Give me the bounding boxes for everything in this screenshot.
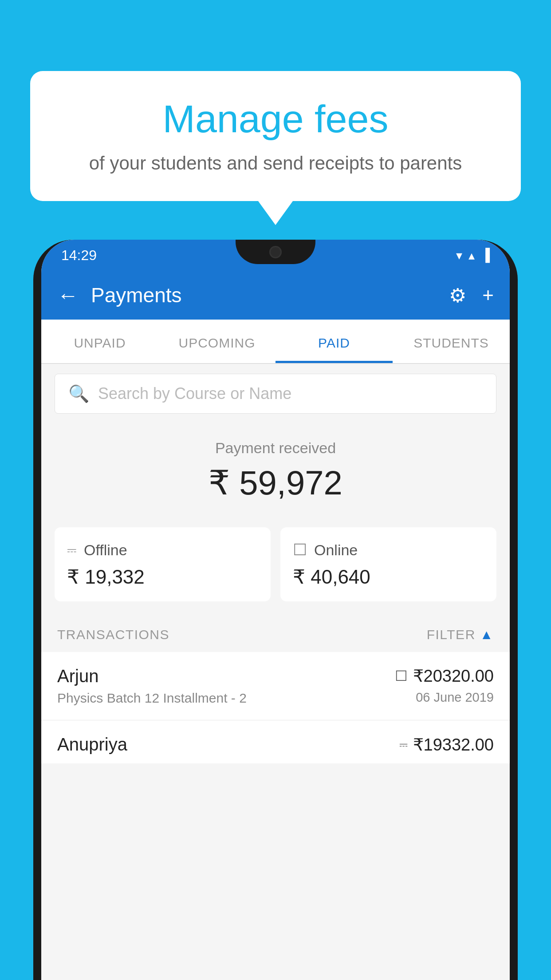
speech-bubble-wrapper: Manage fees of your students and send re…: [30, 71, 521, 201]
card-payment-icon: ☐: [395, 668, 408, 684]
phone-frame: 14:29 ▾ ▴ ▐ ← Payments ⚙ + UNPAID UPCOMI…: [33, 240, 518, 980]
tab-upcoming[interactable]: UPCOMING: [158, 320, 276, 363]
transaction-right: ⎓ ₹19332.00: [399, 735, 494, 755]
offline-card: ⎓ Offline ₹ 19,332: [55, 527, 271, 601]
wifi-icon: ▾: [456, 248, 462, 263]
transaction-right: ☐ ₹20320.00 06 June 2019: [395, 666, 494, 705]
search-icon: 🔍: [68, 384, 89, 403]
tab-students[interactable]: STUDENTS: [393, 320, 510, 363]
transaction-amount-row: ⎓ ₹19332.00: [399, 735, 494, 755]
offline-card-header: ⎓ Offline: [67, 541, 258, 559]
transaction-name: Arjun: [57, 666, 247, 686]
battery-icon: ▐: [481, 248, 490, 262]
search-container: 🔍 Search by Course or Name: [41, 364, 510, 423]
signal-icon: ▴: [468, 248, 475, 263]
payment-cards: ⎓ Offline ₹ 19,332 ☐ Online ₹ 40,640: [41, 527, 510, 615]
notch: [236, 240, 315, 264]
transaction-amount-row: ☐ ₹20320.00: [395, 666, 494, 686]
speech-bubble-title: Manage fees: [57, 98, 494, 141]
app-bar-title: Payments: [91, 283, 437, 307]
app-bar: ← Payments ⚙ +: [41, 271, 510, 320]
offline-icon: ⎓: [67, 541, 77, 559]
payment-received-amount: ₹ 59,972: [55, 463, 496, 502]
payment-received-label: Payment received: [55, 439, 496, 457]
payment-received-section: Payment received ₹ 59,972: [41, 423, 510, 527]
speech-bubble-subtitle: of your students and send receipts to pa…: [57, 150, 494, 177]
search-bar[interactable]: 🔍 Search by Course or Name: [55, 374, 496, 414]
filter-button[interactable]: FILTER ▲: [427, 627, 494, 642]
tabs: UNPAID UPCOMING PAID STUDENTS: [41, 320, 510, 364]
transaction-course: Physics Batch 12 Installment - 2: [57, 691, 247, 706]
transaction-left: Anupriya: [57, 735, 127, 755]
online-label: Online: [314, 541, 358, 559]
add-button[interactable]: +: [482, 284, 494, 306]
online-amount: ₹ 40,640: [293, 565, 484, 588]
camera-dot: [269, 246, 282, 258]
tab-paid[interactable]: PAID: [276, 320, 393, 363]
filter-label: FILTER: [427, 627, 476, 642]
offline-payment-icon: ⎓: [399, 736, 408, 753]
transactions-list: Arjun Physics Batch 12 Installment - 2 ☐…: [41, 652, 510, 763]
back-button[interactable]: ←: [57, 283, 79, 308]
offline-amount: ₹ 19,332: [67, 565, 258, 588]
app-bar-actions: ⚙ +: [449, 284, 494, 307]
status-time: 14:29: [61, 247, 97, 264]
online-icon: ☐: [293, 541, 307, 559]
transactions-label: TRANSACTIONS: [57, 627, 169, 642]
search-input[interactable]: Search by Course or Name: [98, 384, 291, 403]
transaction-amount: ₹19332.00: [413, 735, 494, 755]
status-icons: ▾ ▴ ▐: [456, 248, 490, 263]
transactions-header: TRANSACTIONS FILTER ▲: [41, 615, 510, 652]
table-row: Anupriya ⎓ ₹19332.00: [41, 720, 510, 763]
filter-icon: ▲: [480, 627, 494, 642]
online-card-header: ☐ Online: [293, 541, 484, 559]
transaction-name: Anupriya: [57, 735, 127, 755]
settings-button[interactable]: ⚙: [449, 284, 466, 307]
phone-screen: 14:29 ▾ ▴ ▐ ← Payments ⚙ + UNPAID UPCOMI…: [41, 240, 510, 980]
transaction-date: 06 June 2019: [416, 690, 494, 705]
speech-bubble: Manage fees of your students and send re…: [30, 71, 521, 201]
transaction-left: Arjun Physics Batch 12 Installment - 2: [57, 666, 247, 706]
online-card: ☐ Online ₹ 40,640: [280, 527, 496, 601]
table-row: Arjun Physics Batch 12 Installment - 2 ☐…: [41, 652, 510, 720]
tab-unpaid[interactable]: UNPAID: [41, 320, 158, 363]
status-bar: 14:29 ▾ ▴ ▐: [41, 240, 510, 271]
transaction-amount: ₹20320.00: [413, 666, 494, 686]
offline-label: Offline: [84, 541, 127, 559]
